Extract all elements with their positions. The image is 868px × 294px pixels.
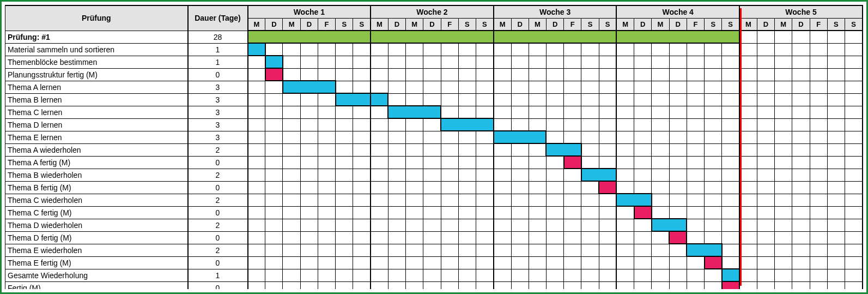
empty-cell [687,219,704,231]
empty-cell [634,244,652,256]
empty-cell [441,131,458,143]
empty-cell [388,169,405,181]
empty-cell [423,131,441,143]
gantt-bar [599,181,616,194]
empty-cell [546,118,563,131]
empty-cell [458,106,476,118]
empty-cell [564,206,581,219]
gantt-bar [564,156,581,169]
empty-cell [511,81,529,93]
empty-cell [827,194,845,206]
empty-cell [300,256,318,269]
empty-cell [757,231,774,244]
empty-cell [458,131,476,143]
empty-cell [616,56,634,68]
table-row: Thema E wiederholen2 [5,244,863,256]
empty-cell [546,68,563,81]
empty-cell [248,118,265,131]
empty-cell [599,131,616,143]
empty-cell [371,106,388,118]
empty-cell [722,106,739,118]
task-name: Fertig (M) [5,281,188,289]
day-header: D [634,18,652,31]
empty-cell [458,68,476,81]
task-duration: 2 [188,169,248,181]
table-row: Thema C lernen3 [5,106,863,118]
empty-cell [845,68,863,81]
empty-cell [775,194,792,206]
empty-cell [687,93,704,106]
day-header: M [739,18,757,31]
empty-cell [388,156,405,169]
empty-cell [581,244,599,256]
empty-cell [599,206,616,219]
empty-cell [687,118,704,131]
empty-cell [529,106,546,118]
empty-cell [458,244,476,256]
empty-cell [775,31,792,43]
empty-cell [792,169,810,181]
empty-cell [406,206,423,219]
day-header: D [546,18,563,31]
empty-cell [669,106,687,118]
empty-cell [652,106,669,118]
empty-cell [458,81,476,93]
empty-cell [265,93,283,106]
empty-cell [511,118,529,131]
empty-cell [336,118,353,131]
task-name: Thema C fertig (M) [5,206,188,219]
empty-cell [827,143,845,156]
empty-cell [248,256,265,269]
day-header: F [810,18,827,31]
task-name: Thema D wiederholen [5,219,188,231]
empty-cell [300,68,318,81]
empty-cell [336,206,353,219]
gantt-bar [494,131,547,143]
empty-cell [353,244,371,256]
empty-cell [616,231,634,244]
empty-cell [458,194,476,206]
empty-cell [529,194,546,206]
empty-cell [371,269,388,281]
empty-cell [423,219,441,231]
day-header: M [371,18,388,31]
empty-cell [564,118,581,131]
empty-cell [529,219,546,231]
empty-cell [739,56,757,68]
empty-cell [406,68,423,81]
empty-cell [652,43,669,56]
empty-cell [265,244,283,256]
empty-cell [757,131,774,143]
empty-cell [476,143,494,156]
empty-cell [564,194,581,206]
day-header: D [757,18,774,31]
empty-cell [827,31,845,43]
empty-cell [810,131,827,143]
empty-cell [669,281,687,289]
empty-cell [616,131,634,143]
empty-cell [705,269,722,281]
empty-cell [792,181,810,194]
week-header-3: Woche 3 [494,5,617,18]
day-header: D [669,18,687,31]
task-name: Prüfung: #1 [5,31,188,43]
empty-cell [300,169,318,181]
empty-cell [371,206,388,219]
empty-cell [248,93,265,106]
empty-cell [775,143,792,156]
empty-cell [705,169,722,181]
empty-cell [652,56,669,68]
empty-cell [406,256,423,269]
empty-cell [669,269,687,281]
table-row: Thema A fertig (M)0 [5,156,863,169]
empty-cell [669,81,687,93]
empty-cell [476,256,494,269]
empty-cell [265,106,283,118]
empty-cell [336,169,353,181]
empty-cell [757,118,774,131]
empty-cell [757,269,774,281]
gantt-bar [634,206,652,219]
empty-cell [775,181,792,194]
empty-cell [810,269,827,281]
gantt-sheet: PrüfungDauer (Tage)Woche 1Woche 2Woche 3… [5,5,863,289]
